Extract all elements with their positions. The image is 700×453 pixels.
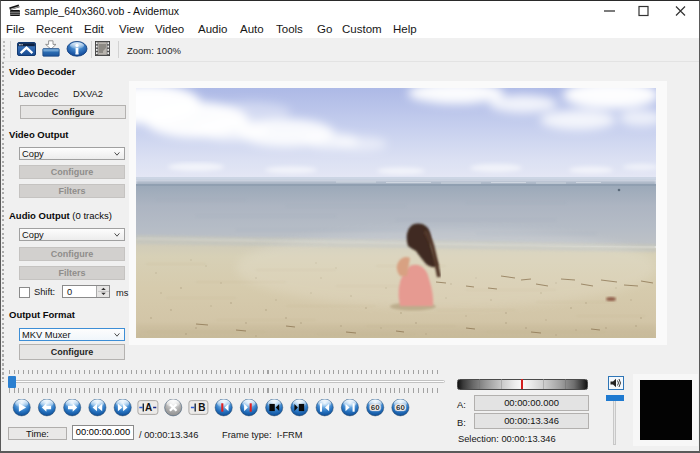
svg-text:60: 60 bbox=[371, 403, 380, 412]
svg-text:B: B bbox=[198, 402, 205, 413]
svg-text:60: 60 bbox=[396, 403, 405, 412]
svg-text:A: A bbox=[145, 402, 152, 413]
